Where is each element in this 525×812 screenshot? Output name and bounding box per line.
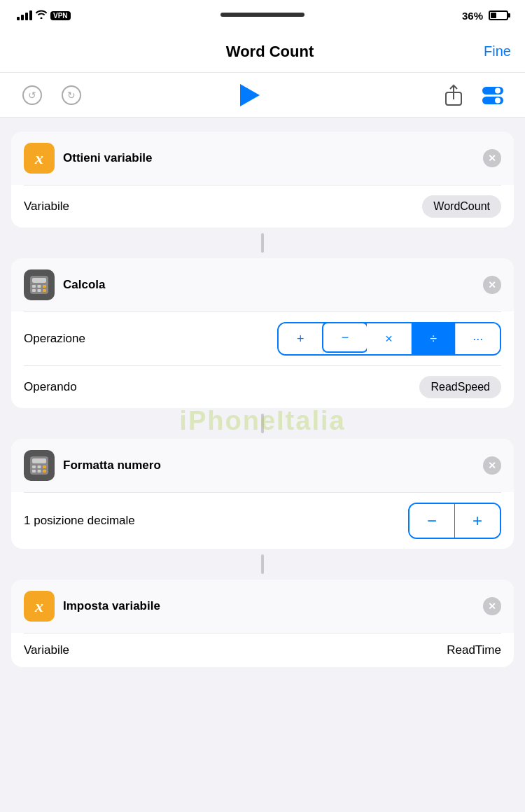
close-calcola-button[interactable]: ✕	[483, 276, 501, 294]
card-header-left: Calcola	[24, 270, 105, 300]
share-icon	[444, 84, 463, 106]
op-plus-button[interactable]: +	[279, 323, 323, 354]
svg-rect-11	[32, 289, 36, 292]
connector-1	[261, 233, 264, 253]
play-button[interactable]	[236, 83, 261, 108]
op-buttons: + − × ÷ ···	[277, 322, 501, 356]
op-more-button[interactable]: ···	[456, 323, 500, 354]
calc-icon-2	[24, 450, 55, 481]
op-multiply-button[interactable]: ×	[367, 323, 412, 354]
card-set-variable-title: Imposta variabile	[63, 599, 160, 613]
svg-rect-17	[38, 465, 41, 468]
stepper-minus-button[interactable]: −	[410, 504, 454, 538]
card-format-header: Formatta numero ✕	[11, 439, 514, 492]
card-calcola-title: Calcola	[63, 278, 105, 292]
variable-icon-orange-2: x	[24, 591, 55, 622]
card-set-variable: x Imposta variabile ✕ Variabile ReadTime	[11, 580, 514, 667]
toolbar-left: ↺ ↻	[20, 83, 84, 108]
card-format-title: Formatta numero	[63, 458, 161, 472]
card-get-variable-header: x Ottieni variabile ✕	[11, 132, 514, 185]
card-format-number: Formatta numero ✕ 1 posizione decimale −…	[11, 439, 514, 549]
signal-icon	[17, 10, 32, 20]
card-get-variable: x Ottieni variabile ✕ Variabile WordCoun…	[11, 132, 514, 227]
svg-rect-12	[38, 289, 41, 292]
svg-rect-13	[43, 289, 46, 292]
operazione-label: Operazione	[24, 332, 85, 346]
op-minus-button[interactable]: −	[322, 322, 369, 353]
page-title: Word Count	[226, 43, 314, 61]
card-set-variable-header: x Imposta variabile ✕	[11, 580, 514, 633]
fine-button[interactable]: Fine	[484, 43, 511, 59]
svg-rect-18	[43, 465, 46, 468]
card-header-left: x Imposta variabile	[24, 591, 160, 622]
card-header-left: Formatta numero	[24, 450, 161, 481]
svg-rect-15	[32, 458, 46, 463]
status-bar: VPN 36%	[0, 0, 525, 31]
card-calcola-header: Calcola ✕	[11, 258, 514, 312]
battery-percent: 36%	[462, 10, 483, 22]
settings-button[interactable]	[480, 83, 505, 108]
operazione-row: Operazione + − × ÷ ···	[11, 312, 514, 365]
close-set-variable-button[interactable]: ✕	[483, 597, 501, 615]
set-variable-row: Variabile ReadTime	[11, 634, 514, 667]
card-get-variable-title: Ottieni variabile	[63, 151, 153, 165]
play-icon	[240, 84, 260, 106]
undo-button[interactable]: ↺	[20, 83, 45, 108]
battery-icon	[489, 10, 508, 20]
nav-bar: Word Count Fine	[0, 31, 525, 73]
signal-area: VPN	[17, 9, 71, 22]
svg-rect-8	[32, 285, 36, 288]
readtime-value[interactable]: ReadTime	[447, 643, 501, 657]
svg-point-5	[495, 97, 500, 103]
svg-point-3	[495, 88, 500, 93]
svg-rect-16	[32, 465, 36, 468]
svg-rect-10	[43, 285, 46, 288]
readspeed-badge[interactable]: ReadSpeed	[419, 376, 501, 398]
stepper-plus-button[interactable]: +	[455, 504, 500, 538]
toolbar: ↺ ↻	[0, 73, 525, 118]
connector-3	[261, 554, 264, 574]
share-button[interactable]	[441, 83, 466, 108]
variable-row: Variabile WordCount	[11, 186, 514, 227]
content-area: x Ottieni variabile ✕ Variabile WordCoun…	[0, 118, 525, 687]
notch	[220, 13, 304, 17]
svg-rect-9	[38, 285, 41, 288]
toggle-settings-icon	[481, 85, 505, 105]
svg-rect-21	[43, 470, 46, 472]
calc-icon	[24, 270, 55, 300]
card-calcola: Calcola ✕ Operazione + − × ÷ ··· Operand…	[11, 258, 514, 408]
svg-rect-20	[38, 470, 41, 472]
svg-rect-19	[32, 470, 36, 472]
redo-button[interactable]: ↻	[59, 83, 84, 108]
operando-label: Operando	[24, 380, 77, 394]
stepper-control: − +	[408, 503, 501, 539]
decimal-row: 1 posizione decimale − +	[11, 493, 514, 549]
variable-icon-orange: x	[24, 143, 55, 174]
connector-2	[261, 414, 264, 433]
wordcount-badge[interactable]: WordCount	[422, 195, 501, 218]
vpn-badge: VPN	[50, 11, 71, 20]
variable-label: Variabile	[24, 200, 69, 214]
op-divide-button[interactable]: ÷	[412, 323, 456, 354]
decimal-label: 1 posizione decimale	[24, 514, 135, 528]
card-header-left: x Ottieni variabile	[24, 143, 153, 174]
redo-icon: ↻	[62, 85, 81, 105]
close-get-variable-button[interactable]: ✕	[483, 149, 501, 167]
battery-area: 36%	[462, 10, 508, 22]
svg-rect-7	[32, 278, 46, 283]
operando-row: Operando ReadSpeed	[11, 366, 514, 408]
close-format-button[interactable]: ✕	[483, 456, 501, 475]
set-variable-label: Variabile	[24, 643, 69, 657]
undo-icon: ↺	[22, 85, 42, 105]
wifi-icon	[35, 9, 48, 22]
